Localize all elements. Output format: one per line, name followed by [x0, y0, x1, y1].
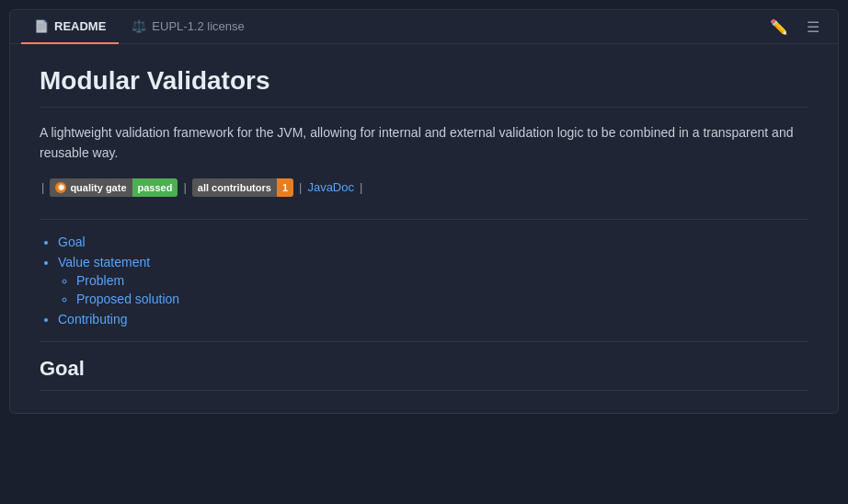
- page-title: Modular Validators: [40, 66, 808, 108]
- quality-gate-status: passed: [138, 182, 173, 193]
- toc-link-contributing[interactable]: Contributing: [58, 312, 128, 326]
- tab-bar: 📄 README ⚖️ EUPL-1.2 license ✏️ ☰: [10, 10, 838, 44]
- divider-2: [40, 341, 808, 342]
- sonar-icon: ◉: [55, 182, 66, 193]
- toc-item-proposed-solution: Proposed solution: [76, 292, 808, 306]
- quality-gate-right: passed: [132, 178, 178, 197]
- toc-link-proposed-solution[interactable]: Proposed solution: [76, 292, 179, 306]
- menu-icon: ☰: [807, 18, 819, 36]
- sep3: |: [299, 180, 302, 194]
- toc-sub-list: Problem Proposed solution: [58, 273, 808, 306]
- contributors-text: all contributors: [198, 182, 271, 193]
- description-text: A lightweight validation framework for t…: [40, 122, 808, 164]
- contributors-left: all contributors: [192, 178, 277, 197]
- toc-link-problem[interactable]: Problem: [76, 273, 124, 288]
- edit-button[interactable]: ✏️: [766, 15, 792, 40]
- content-area: Modular Validators A lightweight validat…: [10, 44, 838, 413]
- sep1: |: [41, 180, 44, 194]
- toc-item-contributing: Contributing: [58, 312, 808, 326]
- tab-bar-right: ✏️ ☰: [766, 15, 827, 40]
- toc-item-goal: Goal: [58, 235, 808, 249]
- tab-license[interactable]: ⚖️ EUPL-1.2 license: [119, 10, 257, 44]
- section-goal-title: Goal: [40, 357, 808, 391]
- divider-1: [40, 219, 808, 220]
- quality-gate-badge[interactable]: ◉ quality gate passed: [50, 178, 178, 197]
- tab-readme[interactable]: 📄 README: [21, 10, 119, 44]
- toc-link-value-statement[interactable]: Value statement: [58, 255, 150, 269]
- license-icon: ⚖️: [132, 19, 146, 33]
- menu-button[interactable]: ☰: [803, 15, 823, 40]
- quality-gate-left: ◉ quality gate: [50, 178, 132, 197]
- toc-list: Goal Value statement Problem Proposed so…: [40, 235, 808, 326]
- tab-bar-left: 📄 README ⚖️ EUPL-1.2 license: [21, 10, 258, 43]
- badges-row: | ◉ quality gate passed | all contributo…: [40, 178, 808, 197]
- contributors-right: 1: [277, 178, 293, 197]
- tab-readme-label: README: [54, 19, 106, 33]
- quality-gate-text: quality gate: [70, 182, 126, 193]
- contributors-count: 1: [282, 182, 288, 193]
- toc-item-value-statement: Value statement Problem Proposed solutio…: [58, 255, 808, 306]
- edit-icon: ✏️: [770, 18, 788, 36]
- sep4: |: [360, 180, 362, 194]
- readme-icon: 📄: [34, 19, 49, 33]
- javadoc-link[interactable]: JavaDoc: [307, 180, 354, 194]
- toc-link-goal[interactable]: Goal: [58, 235, 86, 249]
- javadoc-label: JavaDoc: [307, 180, 354, 194]
- sep2: |: [183, 180, 186, 194]
- main-container: 📄 README ⚖️ EUPL-1.2 license ✏️ ☰ Modula…: [9, 9, 839, 414]
- contributors-badge[interactable]: all contributors 1: [192, 178, 293, 197]
- toc-item-problem: Problem: [76, 273, 808, 288]
- tab-license-label: EUPL-1.2 license: [152, 19, 244, 33]
